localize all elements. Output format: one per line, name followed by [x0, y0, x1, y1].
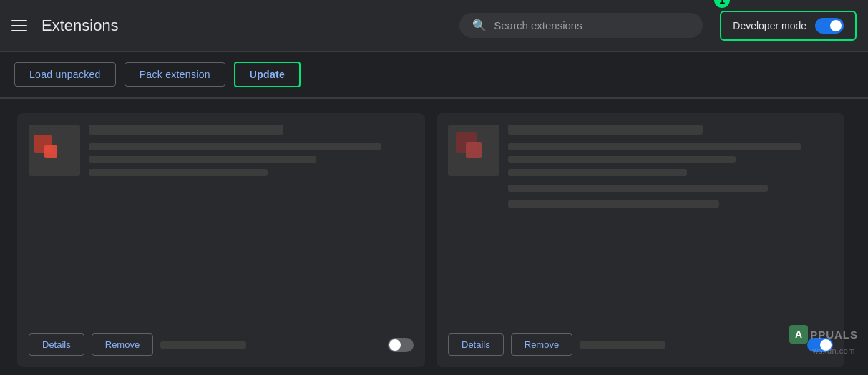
app-header: Extensions 🔍 1 Developer mode	[0, 0, 868, 52]
step1-badge: 1	[714, 0, 730, 8]
ext-bottom-bar-1: Details Remove	[29, 326, 414, 356]
appuals-watermark: A PPUALS	[789, 325, 858, 344]
ext-info-2	[508, 125, 833, 314]
extension-card-1: Details Remove	[17, 113, 425, 367]
ext-desc-2d	[508, 185, 768, 192]
details-button-1[interactable]: Details	[29, 333, 84, 356]
ext-link-2	[580, 341, 665, 349]
ext-desc-2c	[508, 169, 687, 176]
ext-link-1	[160, 341, 246, 349]
page-title: Extensions	[42, 16, 119, 35]
ext-icon-1	[29, 125, 80, 176]
ext-bottom-bar-2: Details Remove	[448, 326, 833, 356]
developer-mode-toggle[interactable]	[815, 18, 844, 34]
ext-info-1	[89, 125, 414, 314]
watermark-site: wsxdn.com	[812, 346, 855, 355]
ext-desc-2a	[508, 143, 801, 150]
ext-desc-1a	[89, 143, 381, 150]
toggle-knob	[830, 20, 842, 31]
update-button[interactable]: Update	[234, 62, 301, 87]
search-box: 🔍	[459, 13, 703, 38]
ext-name-1	[89, 125, 283, 135]
ext-icon-2	[448, 125, 499, 176]
extension-card-2: Details Remove	[437, 113, 844, 367]
ext-desc-1b	[89, 156, 316, 163]
load-unpacked-button[interactable]: Load unpacked	[14, 62, 116, 87]
ext-toggle-1[interactable]	[388, 338, 414, 352]
search-icon: 🔍	[472, 19, 487, 32]
ext-desc-2b	[508, 156, 736, 163]
dev-mode-label: Developer mode	[733, 20, 806, 31]
ext-desc-1c	[89, 169, 268, 176]
appuals-brand-text: PPUALS	[810, 328, 858, 341]
developer-mode-section: 1 Developer mode	[720, 11, 857, 41]
ext-card-body-2	[448, 125, 833, 314]
pack-extension-button[interactable]: Pack extension	[125, 62, 225, 87]
ext-name-2	[508, 125, 703, 135]
remove-button-2[interactable]: Remove	[511, 333, 572, 356]
ext-icon-image-2	[448, 125, 499, 176]
appuals-icon: A	[789, 325, 808, 344]
details-button-2[interactable]: Details	[448, 333, 504, 356]
hamburger-menu[interactable]	[11, 20, 27, 31]
ext-desc-2e	[508, 200, 719, 208]
remove-button-1[interactable]: Remove	[92, 333, 153, 356]
ext-toggle-knob-1	[389, 339, 401, 351]
ext-icon-image-1	[29, 125, 80, 176]
toolbar: Load unpacked Pack extension Update	[0, 52, 868, 98]
ext-card-body-1	[29, 125, 414, 314]
extensions-grid: Details Remove Details	[0, 99, 868, 375]
search-input[interactable]	[494, 19, 690, 31]
